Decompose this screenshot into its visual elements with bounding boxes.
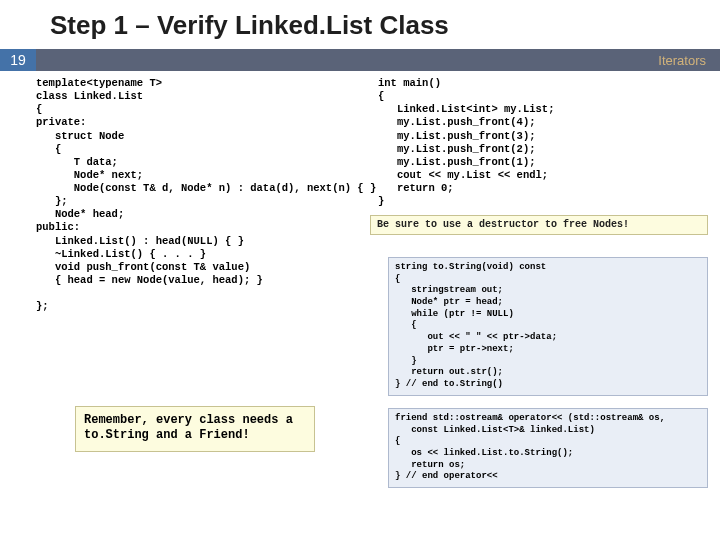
section-label: Iterators bbox=[36, 49, 720, 71]
slide-title: Step 1 – Verify Linked.List Class bbox=[0, 0, 720, 49]
page-number: 19 bbox=[0, 49, 36, 71]
destructor-note: Be sure to use a destructor to free Node… bbox=[370, 215, 708, 235]
remember-note: Remember, every class needs a to.String … bbox=[75, 406, 315, 452]
operator-code-box: friend std::ostream& operator<< (std::os… bbox=[388, 408, 708, 488]
code-left-class-def: template<typename T> class Linked.List {… bbox=[36, 77, 376, 313]
tostring-code-box: string to.String(void) const { stringstr… bbox=[388, 257, 708, 396]
code-right-main: int main() { Linked.List<int> my.List; m… bbox=[378, 77, 554, 208]
header-bar: 19 Iterators bbox=[0, 49, 720, 71]
content-area: template<typename T> class Linked.List {… bbox=[0, 71, 720, 313]
